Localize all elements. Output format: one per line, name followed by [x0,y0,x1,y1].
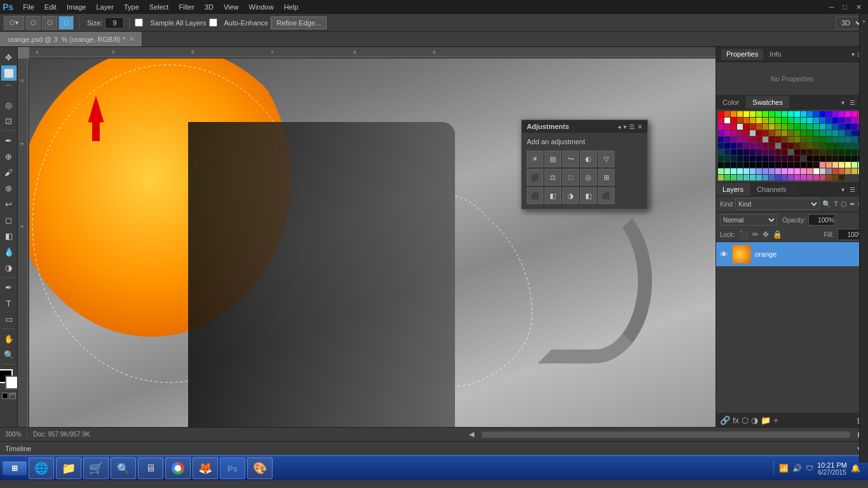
swatch[interactable] [794,156,800,161]
swatch[interactable] [845,143,851,149]
tray-volume-icon[interactable]: 🔊 [792,464,802,473]
swatch[interactable] [750,175,756,180]
swatch[interactable] [845,168,851,174]
swatch[interactable] [788,137,794,142]
adj-gradientmap-btn[interactable]: ◧ [580,187,597,204]
swatch[interactable] [813,175,819,180]
swatch[interactable] [788,124,794,130]
swatch[interactable] [737,156,743,161]
swatch[interactable] [718,168,724,174]
swatch[interactable] [763,124,768,130]
swatch[interactable] [807,137,813,142]
swatch[interactable] [763,175,768,180]
clone-stamp[interactable]: ⊛ [1,180,17,196]
opacity-input[interactable] [808,214,835,226]
swatch[interactable] [839,149,844,155]
swatch[interactable] [763,149,768,155]
layer-adjustment-icon[interactable]: ◑ [751,416,758,425]
swatch[interactable] [724,130,730,136]
swatch[interactable] [845,149,851,155]
adj-hue-btn[interactable]: ⬛ [527,169,543,186]
swatch[interactable] [851,118,857,123]
swatch[interactable] [737,149,743,155]
pen-tool[interactable]: ✒ [1,280,17,295]
swatch[interactable] [769,175,775,180]
swatch[interactable] [851,124,857,130]
swatch[interactable] [756,137,762,142]
layers-tab[interactable]: Layers [716,183,750,196]
swatch[interactable] [737,111,743,117]
swatch[interactable] [750,162,756,168]
swatch[interactable] [826,149,832,155]
swatch[interactable] [845,124,851,130]
swatch[interactable] [756,124,762,130]
swatch[interactable] [731,124,736,130]
swatch[interactable] [794,143,800,149]
swatch[interactable] [743,156,749,161]
auto-enhance-checkbox[interactable] [209,18,217,27]
swatch[interactable] [769,149,775,155]
layers-collapse-icon[interactable]: ▾ [839,186,847,193]
swatch[interactable] [801,175,806,180]
swatch[interactable] [743,137,749,142]
tray-antivirus-icon[interactable]: 🛡 [806,464,813,473]
swatch[interactable] [801,118,806,123]
menu-image[interactable]: Image [62,2,91,12]
swatch[interactable] [851,156,857,161]
swatch[interactable] [775,111,781,117]
adj-curves-btn[interactable]: 〜 [562,151,579,167]
swatch[interactable] [788,118,794,123]
swatch[interactable] [845,137,851,142]
swatch[interactable] [788,143,794,149]
swatch[interactable] [794,149,800,155]
start-button[interactable]: ⊞ [3,461,27,475]
swatch[interactable] [743,111,749,117]
swatch[interactable] [788,130,794,136]
swatch[interactable] [813,143,819,149]
swatch[interactable] [845,111,851,117]
swatch[interactable] [718,118,724,123]
swatch[interactable] [839,156,844,161]
adj-threshold-btn[interactable]: ◑ [562,187,579,204]
swatch[interactable] [845,162,851,168]
swatch[interactable] [782,137,787,142]
swatch[interactable] [839,118,844,123]
swatch[interactable] [794,175,800,180]
swatch[interactable] [775,162,781,168]
swatch[interactable] [832,111,838,117]
layers-menu-icon[interactable]: ☰ [847,186,858,193]
swatch[interactable] [851,137,857,142]
swatch[interactable] [737,130,743,136]
swatch[interactable] [782,111,787,117]
swatch[interactable] [782,124,787,130]
quick-select-tool[interactable]: ⬡▾ [4,16,24,30]
swatch[interactable] [782,118,787,123]
swatch[interactable] [813,118,819,123]
properties-collapse-icon[interactable]: ▾ [851,51,855,58]
swatch[interactable] [724,168,730,174]
lock-position-icon[interactable]: ✏ [752,230,759,239]
swatch[interactable] [769,137,775,142]
swatch[interactable] [750,124,756,130]
swatch[interactable] [756,175,762,180]
blend-mode-select[interactable]: Normal Dissolve Multiply [720,214,777,226]
swatch[interactable] [756,118,762,123]
swatch[interactable] [794,124,800,130]
layer-filter-icon-2[interactable]: T [834,200,838,208]
swatch[interactable] [851,168,857,174]
swatch[interactable] [763,156,768,161]
swatch[interactable] [794,111,800,117]
swatch[interactable] [845,118,851,123]
swatch[interactable] [801,111,806,117]
swatch[interactable] [794,162,800,168]
swatch[interactable] [807,168,813,174]
swatch[interactable] [801,156,806,161]
swatch[interactable] [737,137,743,142]
swatches-collapse-icon[interactable]: ▾ [839,99,847,106]
swatch[interactable] [775,143,781,149]
taskbar-store-icon[interactable]: 🛒 [83,458,109,479]
swatch[interactable] [801,143,806,149]
swatch[interactable] [724,111,730,117]
swatch[interactable] [794,137,800,142]
swatch[interactable] [775,149,781,155]
